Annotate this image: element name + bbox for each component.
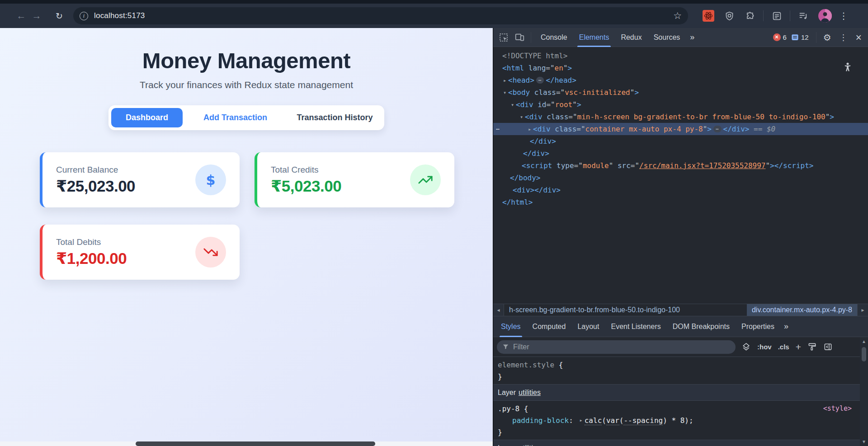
card-value: ₹25,023.00 (56, 177, 135, 195)
react-devtools-extension-icon[interactable] (703, 10, 714, 22)
devtools-tab-console[interactable]: Console (535, 28, 573, 47)
tab-properties[interactable]: Properties (736, 316, 780, 337)
css-property-name[interactable]: padding-block (512, 416, 569, 425)
expand-value-icon[interactable]: ▸ (580, 417, 583, 423)
card-label: Current Balance (56, 165, 135, 175)
toggle-hover-state-button[interactable]: :hov (757, 343, 772, 351)
devtools-tab-elements[interactable]: Elements (573, 28, 615, 47)
profile-avatar[interactable] (818, 9, 832, 23)
scroll-down-icon[interactable]: ▼ (860, 439, 868, 444)
page-horizontal-scrollbar[interactable] (0, 441, 493, 446)
tree-line[interactable]: </div> (493, 135, 868, 147)
card-value: ₹1,200.00 (56, 249, 127, 268)
tree-line[interactable]: <!DOCTYPE html> (493, 50, 868, 62)
trending-down-icon (195, 237, 226, 268)
error-count-icon[interactable]: × (773, 33, 781, 41)
breadcrumb-scroll-left-icon[interactable]: ◂ (493, 304, 504, 316)
shield-extension-icon[interactable] (723, 10, 735, 22)
device-toolbar-icon[interactable] (515, 33, 524, 42)
tab-dom-breakpoints[interactable]: DOM Breakpoints (667, 316, 736, 337)
devtools-menu-icon[interactable]: ⋮ (840, 33, 848, 42)
app-tabbar: Dashboard Add Transaction Transaction Hi… (108, 105, 384, 130)
tree-line[interactable]: <div></div> (493, 184, 868, 196)
toggle-sidebar-icon[interactable] (824, 343, 832, 351)
card-value: ₹5,023.00 (271, 177, 341, 195)
tab-layout[interactable]: Layout (571, 316, 605, 337)
reload-button[interactable]: ↻ (52, 11, 67, 21)
scrollbar-thumb[interactable] (862, 347, 866, 361)
more-sidebar-tabs-icon[interactable]: » (780, 322, 792, 331)
extensions-puzzle-icon[interactable] (744, 10, 756, 22)
scrollbar-thumb[interactable] (136, 441, 375, 446)
toolbar-divider (763, 10, 764, 21)
breadcrumb-scroll-right-icon[interactable]: ▸ (857, 304, 868, 316)
inspect-element-icon[interactable] (499, 33, 508, 42)
tree-line[interactable]: </body> (493, 172, 868, 184)
settings-gear-icon[interactable]: ⚙ (823, 32, 831, 43)
scroll-up-icon[interactable]: ▲ (860, 339, 868, 344)
address-bar[interactable]: i localhost:5173 ☆ (73, 7, 688, 24)
styles-vertical-scrollbar[interactable]: ▲ ▼ (860, 337, 868, 446)
tab-transaction-history[interactable]: Transaction History (288, 108, 382, 127)
site-info-icon[interactable]: i (80, 12, 88, 20)
breadcrumb-item[interactable]: h-screen.bg-gradient-to-br.from-blue-50.… (504, 304, 685, 316)
filter-input[interactable] (513, 343, 703, 351)
new-style-rule-icon[interactable]: + (796, 342, 801, 352)
browser-menu-icon[interactable]: ⋮ (839, 10, 848, 21)
layer-utilities-link[interactable]: utilities (519, 444, 541, 446)
tree-line[interactable]: ▾<div id="root"> (493, 99, 868, 111)
elements-tree: <!DOCTYPE html><html lang="en">▸<head>⋯<… (493, 47, 868, 241)
back-button[interactable]: ← (14, 10, 29, 21)
browser-window: ← → ↻ i localhost:5173 ☆ (0, 0, 868, 446)
style-rule-element[interactable]: element.style { } (493, 357, 860, 384)
accessibility-person-icon[interactable] (839, 59, 856, 76)
tab-event-listeners[interactable]: Event Listeners (605, 316, 666, 337)
message-count: 12 (801, 33, 809, 41)
tab-add-transaction[interactable]: Add Transaction (183, 108, 288, 127)
tree-line[interactable]: </html> (493, 196, 868, 208)
expand-arrow-right-icon[interactable]: ▸ (501, 77, 508, 84)
toggle-class-button[interactable]: .cls (778, 343, 789, 351)
reading-list-icon[interactable] (771, 10, 783, 22)
toolbar-divider (531, 32, 531, 43)
breadcrumb-item-selected[interactable]: div.container.mx-auto.px-4.py-8 (747, 304, 857, 316)
page-subtitle: Track your finances with Redux state man… (0, 80, 493, 90)
tree-line[interactable]: ▸<head>⋯</head> (493, 74, 868, 86)
expand-arrow-down-icon[interactable]: ▾ (501, 89, 508, 96)
css-property-value[interactable]: calc(var(--spacing) * 8); (585, 416, 693, 425)
css-colon: : (569, 416, 577, 425)
tree-line[interactable]: </div> (493, 147, 868, 160)
tree-line[interactable]: ⋯▸<div class="container mx-auto px-4 py-… (493, 123, 868, 135)
devtools-close-icon[interactable]: × (856, 33, 862, 42)
expand-arrow-down-icon[interactable]: ▾ (509, 102, 516, 108)
devtools-breadcrumbs: ◂ h-screen.bg-gradient-to-br.from-blue-5… (493, 304, 868, 316)
style-rule-py8[interactable]: .py-8 { <style> padding-block: ▸calc(var… (493, 401, 860, 440)
bookmark-star-icon[interactable]: ☆ (673, 10, 682, 21)
page-title: Money Management (0, 28, 493, 73)
devtools-tab-redux[interactable]: Redux (615, 28, 647, 47)
tree-line[interactable]: ▾<body class="vsc-initialized"> (493, 86, 868, 99)
layer-utilities-link[interactable]: utilities (519, 389, 541, 397)
tab-computed[interactable]: Computed (527, 316, 572, 337)
expand-arrow-down-icon[interactable]: ▾ (518, 114, 525, 120)
tab-styles[interactable]: Styles (495, 316, 527, 337)
styles-filter-field[interactable] (497, 340, 736, 354)
media-playlist-icon[interactable] (797, 10, 809, 22)
stylesheet-source-link[interactable]: <style> (823, 404, 855, 413)
url-text[interactable]: localhost:5173 (94, 11, 145, 20)
devtools-tab-sources[interactable]: Sources (648, 28, 686, 47)
error-count: 6 (783, 33, 787, 41)
console-messages-icon[interactable] (791, 33, 799, 41)
tab-dashboard[interactable]: Dashboard (111, 108, 183, 127)
tree-line[interactable]: ▾<div class="min-h-screen bg-gradient-to… (493, 111, 868, 123)
card-total-debits: Total Debits ₹1,200.00 (40, 225, 240, 280)
expand-arrow-right-icon[interactable]: ▸ (526, 126, 533, 132)
element-states-icon[interactable] (742, 343, 750, 351)
styles-pane: element.style { } Layer utilities .py-8 … (493, 357, 860, 446)
rendering-brush-icon[interactable] (808, 343, 816, 351)
forward-button[interactable]: → (29, 10, 44, 21)
tree-line[interactable]: <html lang="en"> (493, 62, 868, 74)
more-tabs-icon[interactable]: » (686, 33, 698, 42)
card-total-credits: Total Credits ₹5,023.00 (255, 152, 454, 207)
tree-line[interactable]: <script type="module" src="/src/main.jsx… (493, 160, 868, 172)
